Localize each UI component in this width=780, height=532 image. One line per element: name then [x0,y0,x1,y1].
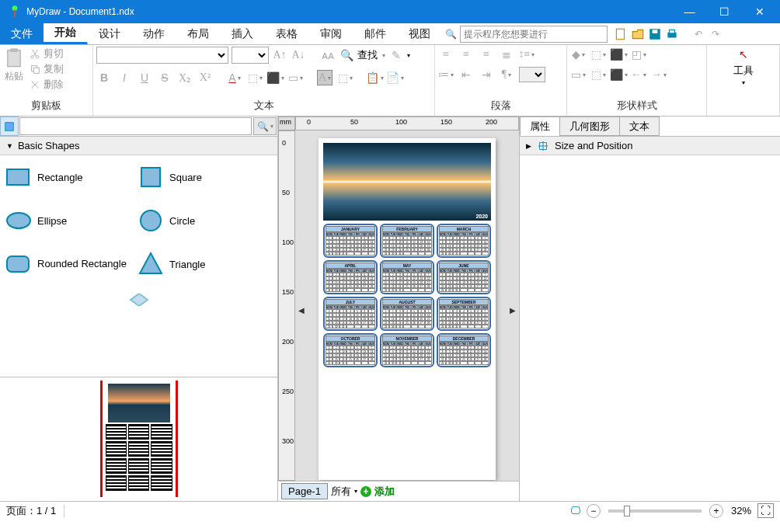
shape-shadow-icon[interactable]: ⬛▾ [611,47,626,62]
redo-icon[interactable]: ↷ [709,27,723,41]
drawing-page[interactable]: 2020 JANUARYMONTUEWEDTHUFRISATSUN1234567… [319,138,496,480]
shape-ellipse[interactable]: Ellipse [5,207,137,235]
zoom-slider[interactable] [608,509,702,513]
new-doc-icon[interactable] [614,27,628,41]
save-icon[interactable] [648,27,662,41]
shrink-font-icon[interactable]: A↓ [291,47,306,63]
size-position-icon [538,141,548,151]
copy-button[interactable]: 复制 [30,62,64,76]
text-bg-icon[interactable]: A▾ [317,70,333,85]
page-thumbnail[interactable] [100,381,178,497]
shape-rounded-rect[interactable]: Rounded Rectangle [5,250,137,278]
line-pattern-icon[interactable]: ⬚▾ [590,67,606,82]
tab-text[interactable]: 文本 [619,116,660,136]
pilcrow-icon[interactable]: ¶▾ [499,67,514,82]
grow-font-icon[interactable]: A↑ [272,47,287,63]
tab-design[interactable]: 设计 [88,23,132,44]
tab-home[interactable]: 开始 [44,23,88,44]
font-color-icon[interactable]: A▾ [227,70,242,85]
shape-corner-icon[interactable]: ◰▾ [631,47,646,62]
svg-rect-13 [5,122,14,130]
bullets-icon[interactable]: ≔▾ [438,67,454,82]
shape-triangle[interactable]: Triangle [137,250,269,278]
shapes-search-button[interactable]: 🔍▾ [253,117,277,135]
shape-rectangle[interactable]: Rectangle [5,163,137,191]
line-shadow-icon[interactable]: ⬛▾ [611,67,626,82]
shape-circle[interactable]: Circle [137,207,269,235]
print-icon[interactable] [665,27,679,41]
strike-icon[interactable]: S [157,70,172,85]
page-viewport[interactable]: ◀ 2020 JANUARYMONTUEWEDTHUFRISATSUN12345… [295,130,519,481]
text-fill-icon[interactable]: ⬚▾ [247,70,263,85]
text-effect-icon[interactable]: ⬚▾ [337,70,353,85]
zoom-in-button[interactable]: + [709,504,723,518]
tab-properties[interactable]: 属性 [520,116,560,136]
expand-right-icon[interactable]: ▶ [510,306,516,315]
superscript-icon[interactable]: X² [197,70,213,85]
shapes-header[interactable]: ▼ Basic Shapes [0,137,277,155]
text-stroke-icon[interactable]: ▭▾ [287,70,303,85]
bold-icon[interactable]: B [96,70,112,85]
paste-button[interactable]: 粘贴 [3,47,25,92]
tab-review[interactable]: 审阅 [309,23,353,44]
ruler-unit: mm [278,116,295,130]
text-shadow-icon[interactable]: ⬛▾ [267,70,283,85]
subscript-icon[interactable]: X₂ [177,70,193,85]
font-family-combo[interactable] [96,47,228,64]
delete-button[interactable]: 删除 [30,78,64,92]
align-center-icon[interactable]: ≡ [458,47,474,62]
line-style-icon[interactable]: ▭▾ [570,67,586,82]
arrow-end-icon[interactable]: →▾ [651,67,667,82]
tell-me-input[interactable] [460,26,608,43]
tab-mail[interactable]: 邮件 [353,23,398,44]
expand-left-icon[interactable]: ◀ [298,306,305,315]
paste-format-icon[interactable]: 📄▾ [387,70,402,85]
calendar-month: APRILMONTUEWEDTHUFRISATSUN12345678910111… [323,260,378,294]
shapes-search-input[interactable] [19,117,252,135]
open-icon[interactable] [631,27,645,41]
align-left-icon[interactable]: ≡ [438,47,454,62]
fit-page-icon[interactable]: ⛶ [757,503,774,518]
file-tab[interactable]: 文件 [0,23,44,44]
minimize-button[interactable]: — [672,0,707,23]
align-justify-icon[interactable]: ≣ [499,47,514,62]
cut-button[interactable]: 剪切 [30,47,64,61]
undo-icon[interactable]: ↶ [691,27,705,41]
shape-square[interactable]: Square [137,163,269,191]
shape-pattern-icon[interactable]: ⬚▾ [590,47,606,62]
arrow-begin-icon[interactable]: ←▾ [631,67,646,82]
outdent-icon[interactable]: ⇤ [458,67,474,82]
tab-action[interactable]: 动作 [132,23,176,44]
shape-style-group-label: 形状样式 [570,97,703,114]
font-size-combo[interactable] [232,47,269,64]
screen-mode-icon[interactable]: 🖵 [570,505,580,516]
underline-icon[interactable]: U [137,70,152,85]
tab-table[interactable]: 表格 [265,23,309,44]
paste-label: 粘贴 [5,70,23,83]
italic-icon[interactable]: I [117,70,132,85]
add-page-button[interactable]: + 添加 [360,485,395,499]
all-pages-label[interactable]: 所有 [331,485,351,499]
tab-view[interactable]: 视图 [398,23,442,44]
align-right-icon[interactable]: ≡ [479,47,494,62]
page-tab-1[interactable]: Page-1 [281,483,328,499]
shapes-panel: 🔍▾ ▼ Basic Shapes Rectangle Square Ellip… [0,116,278,501]
shape-fill-icon[interactable]: ◆▾ [570,47,586,62]
close-button[interactable]: ✕ [742,0,777,23]
char-spacing-icon[interactable]: ᴀᴀ [320,47,336,63]
size-position-section[interactable]: ▶ Size and Position [520,137,780,155]
maximize-button[interactable]: ☐ [707,0,742,23]
zoom-out-button[interactable]: − [587,504,601,518]
shape-diamond-peek[interactable] [127,294,151,306]
tab-layout[interactable]: 布局 [176,23,221,44]
highlight-icon[interactable]: ✎ [388,47,404,63]
find-icon[interactable]: 🔍 [339,47,354,63]
copy-format-icon[interactable]: 📋▾ [367,70,382,85]
pointer-tool-icon[interactable]: ↖ [736,47,751,62]
para-combo[interactable] [519,67,545,82]
tab-insert[interactable]: 插入 [221,23,265,44]
indent-icon[interactable]: ⇥ [479,67,494,82]
line-spacing-icon[interactable]: ↕≡▾ [519,47,535,62]
library-icon[interactable] [0,116,19,136]
tab-geometry[interactable]: 几何图形 [559,116,620,136]
